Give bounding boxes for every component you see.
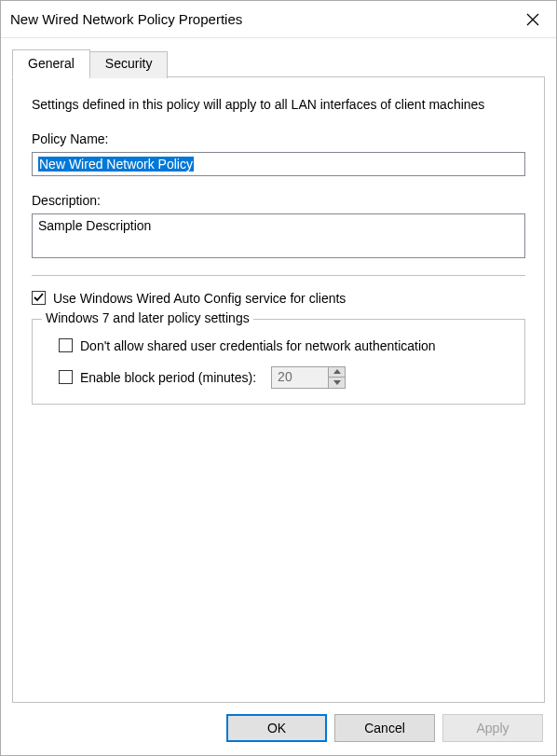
policy-name-input[interactable]: New Wired Network Policy [32,152,525,176]
spinner-up-button[interactable] [329,367,345,378]
policy-name-value: New Wired Network Policy [38,157,194,172]
chevron-up-icon [333,369,341,374]
window-title: New Wired Network Policy Properties [10,11,242,27]
ok-button-label: OK [267,721,286,735]
description-input[interactable]: Sample Description [32,213,525,258]
svg-marker-3 [333,380,341,385]
divider [32,275,525,276]
ok-button[interactable]: OK [226,714,327,742]
dont-allow-shared-label: Don't allow shared user credentials for … [80,338,436,353]
description-label: Description: [32,193,525,208]
policy-name-group: Policy Name: New Wired Network Policy [32,131,525,176]
policy-name-label: Policy Name: [32,131,525,146]
apply-button-label: Apply [476,721,509,735]
enable-block-period-checkbox[interactable] [59,370,73,384]
tab-security-label: Security [105,56,153,71]
enable-block-period-label: Enable block period (minutes): [80,370,256,385]
dont-allow-shared-row[interactable]: Don't allow shared user credentials for … [59,338,506,353]
dialog-button-row: OK Cancel Apply [1,703,556,755]
cancel-button-label: Cancel [364,721,405,735]
enable-block-period-row: Enable block period (minutes): 20 [59,366,506,389]
titlebar: New Wired Network Policy Properties [1,1,556,38]
use-auto-config-label: Use Windows Wired Auto Config service fo… [53,291,346,306]
use-auto-config-checkbox[interactable] [32,291,46,305]
dont-allow-shared-checkbox[interactable] [59,338,73,352]
tab-strip: General Security [12,49,545,76]
apply-button: Apply [442,714,543,742]
dialog-content: General Security Settings defined in thi… [1,38,556,703]
spinner-down-button[interactable] [329,378,345,388]
tab-general-label: General [28,56,75,71]
tab-general[interactable]: General [12,49,90,77]
tab-panel-general: Settings defined in this policy will app… [12,76,545,703]
use-auto-config-row[interactable]: Use Windows Wired Auto Config service fo… [32,291,525,306]
close-button[interactable] [511,5,554,34]
tab-security[interactable]: Security [89,51,169,78]
cancel-button[interactable]: Cancel [334,714,435,742]
checkmark-icon [34,293,44,303]
win7-policy-legend: Windows 7 and later policy settings [42,310,253,325]
description-group: Description: Sample Description [32,193,525,258]
description-value: Sample Description [38,218,151,233]
svg-marker-2 [333,369,341,374]
block-period-value[interactable]: 20 [272,367,328,388]
spinner-buttons [328,367,345,388]
close-icon [526,13,539,26]
intro-text: Settings defined in this policy will app… [32,96,525,115]
block-period-spinner[interactable]: 20 [271,366,346,389]
win7-policy-group: Windows 7 and later policy settings Don'… [32,319,525,405]
chevron-down-icon [333,380,341,385]
properties-dialog: New Wired Network Policy Properties Gene… [0,0,557,756]
